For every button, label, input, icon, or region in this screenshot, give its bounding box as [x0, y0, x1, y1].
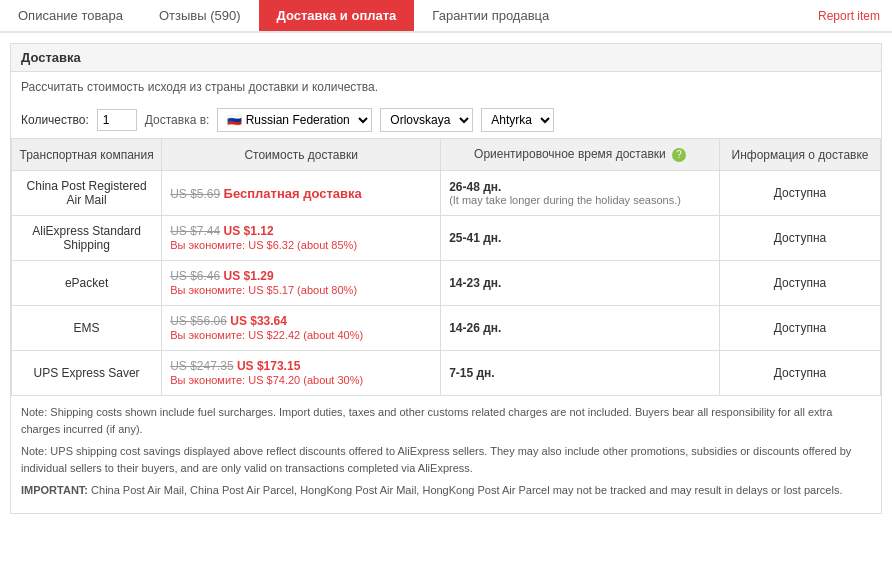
time-cell: 14-23 дн.	[441, 261, 720, 306]
note3-label: IMPORTANT:	[21, 484, 88, 496]
time-note: (It may take longer during the holiday s…	[449, 194, 711, 206]
header-company: Транспортная компания	[12, 139, 162, 171]
availability: Доступна	[720, 351, 881, 396]
note2: Note: UPS shipping cost savings displaye…	[21, 443, 871, 476]
table-row: ePacket US $6.46 US $1.29 Вы экономите: …	[12, 261, 881, 306]
time-main: 26-48 дн.	[449, 180, 711, 194]
note3-text: China Post Air Mail, China Post Air Parc…	[88, 484, 842, 496]
time-cell: 25-41 дн.	[441, 216, 720, 261]
availability: Доступна	[720, 216, 881, 261]
table-row: AliExpress Standard Shipping US $7.44 US…	[12, 216, 881, 261]
tab-guarantee[interactable]: Гарантии продавца	[414, 0, 567, 31]
current-price: US $33.64	[230, 314, 287, 328]
table-row: China Post Registered Air Mail US $5.69 …	[12, 171, 881, 216]
availability: Доступна	[720, 306, 881, 351]
availability: Доступна	[720, 261, 881, 306]
current-price: US $173.15	[237, 359, 300, 373]
cost-cell: US $56.06 US $33.64 Вы экономите: US $22…	[162, 306, 441, 351]
ship-to-label: Доставка в:	[145, 113, 210, 127]
cost-cell: US $247.35 US $173.15 Вы экономите: US $…	[162, 351, 441, 396]
help-icon[interactable]: ?	[672, 148, 686, 162]
save-text: Вы экономите: US $74.20 (about 30%)	[170, 374, 363, 386]
original-price: US $5.69	[170, 187, 220, 201]
tab-reviews[interactable]: Отзывы (590)	[141, 0, 259, 31]
time-main: 14-26 дн.	[449, 321, 711, 335]
shipping-section: Доставка Рассчитать стоимость исходя из …	[10, 43, 882, 514]
original-price: US $7.44	[170, 224, 220, 238]
section-title: Доставка	[11, 44, 881, 72]
time-cell: 14-26 дн.	[441, 306, 720, 351]
country-select[interactable]: 🇷🇺 Russian Federation	[217, 108, 372, 132]
table-row: UPS Express Saver US $247.35 US $173.15 …	[12, 351, 881, 396]
save-text: Вы экономите: US $6.32 (about 85%)	[170, 239, 357, 251]
calc-description: Рассчитать стоимость исходя из страны до…	[11, 72, 881, 102]
original-price: US $247.35	[170, 359, 233, 373]
note3: IMPORTANT: China Post Air Mail, China Po…	[21, 482, 871, 499]
cost-cell: US $7.44 US $1.12 Вы экономите: US $6.32…	[162, 216, 441, 261]
current-price: US $1.29	[224, 269, 274, 283]
cost-cell: US $5.69 Бесплатная доставка	[162, 171, 441, 216]
header-info: Информация о доставке	[720, 139, 881, 171]
qty-label: Количество:	[21, 113, 89, 127]
quantity-input[interactable]	[97, 109, 137, 131]
quantity-row: Количество: Доставка в: 🇷🇺 Russian Feder…	[11, 102, 881, 138]
time-cell: 7-15 дн.	[441, 351, 720, 396]
save-text: Вы экономите: US $22.42 (about 40%)	[170, 329, 363, 341]
company-name: EMS	[12, 306, 162, 351]
time-main: 14-23 дн.	[449, 276, 711, 290]
report-item-link[interactable]: Report item	[806, 1, 892, 31]
company-name: UPS Express Saver	[12, 351, 162, 396]
company-name: AliExpress Standard Shipping	[12, 216, 162, 261]
shipping-table: Транспортная компания Стоимость доставки…	[11, 138, 881, 396]
note1: Note: Shipping costs shown include fuel …	[21, 404, 871, 437]
company-name: China Post Registered Air Mail	[12, 171, 162, 216]
availability: Доступна	[720, 171, 881, 216]
current-price: US $1.12	[224, 224, 274, 238]
table-row: EMS US $56.06 US $33.64 Вы экономите: US…	[12, 306, 881, 351]
notes-section: Note: Shipping costs shown include fuel …	[11, 396, 881, 513]
header-cost: Стоимость доставки	[162, 139, 441, 171]
time-cell: 26-48 дн. (It may take longer during the…	[441, 171, 720, 216]
free-shipping: Бесплатная доставка	[224, 186, 362, 201]
save-text: Вы экономите: US $5.17 (about 80%)	[170, 284, 357, 296]
time-main: 7-15 дн.	[449, 366, 711, 380]
original-price: US $56.06	[170, 314, 227, 328]
top-navigation: Описание товара Отзывы (590) Доставка и …	[0, 0, 892, 33]
time-main: 25-41 дн.	[449, 231, 711, 245]
company-name: ePacket	[12, 261, 162, 306]
tab-shipping[interactable]: Доставка и оплата	[259, 0, 415, 31]
region1-select[interactable]: Orlovskaya	[380, 108, 473, 132]
region2-select[interactable]: Ahtyrka	[481, 108, 554, 132]
original-price: US $6.46	[170, 269, 220, 283]
tab-description[interactable]: Описание товара	[0, 0, 141, 31]
cost-cell: US $6.46 US $1.29 Вы экономите: US $5.17…	[162, 261, 441, 306]
header-time: Ориентировочное время доставки ?	[441, 139, 720, 171]
